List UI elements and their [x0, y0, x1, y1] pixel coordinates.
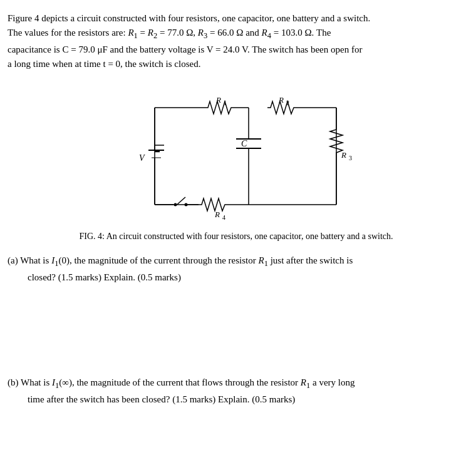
svg-text:R: R — [341, 150, 346, 160]
question-b: (b) What is I1(∞), the magnitude of the … — [8, 375, 465, 407]
svg-text:3: 3 — [349, 155, 352, 161]
question-a: (a) What is I1(0), the magnitude of the … — [8, 253, 465, 285]
qa-a-text: What is I1(0), the magnitude of the curr… — [20, 255, 353, 265]
r4-sub: 4 — [267, 31, 271, 40]
svg-point-27 — [174, 203, 177, 207]
r4-label: R — [262, 28, 267, 38]
r2-sub: 2 — [153, 31, 157, 40]
eq4: = 103.0 Ω. The — [274, 28, 331, 38]
intro-text: Figure 4 depicts a circuit constructed w… — [8, 11, 465, 71]
r3-sub: 3 — [204, 31, 207, 40]
eq1: = — [140, 28, 148, 38]
r3-label: R — [198, 28, 204, 38]
qa-b-indent: time after the switch has been closed? (… — [8, 394, 295, 404]
fig-caption: FIG. 4: An circuit constructed with four… — [8, 232, 465, 242]
r1-label: R — [128, 28, 133, 38]
circuit-diagram: R 1 R 2 R 4 R 3 — [8, 83, 465, 227]
svg-text:4: 4 — [222, 214, 225, 221]
r2-label: R — [148, 28, 153, 38]
qa-b-text: What is I1(∞), the magnitude of the curr… — [21, 377, 355, 387]
intro-line1: Figure 4 depicts a circuit constructed w… — [8, 13, 370, 23]
qa-b-label: (b) — [8, 377, 19, 387]
intro-line2: The values for the resistors are: — [8, 28, 126, 38]
intro-line4: a long time when at time t = 0, the swit… — [8, 59, 200, 69]
qa-a-indent: closed? (1.5 marks) Explain. (0.5 marks) — [8, 272, 181, 282]
qa-a-label: (a) — [8, 255, 18, 265]
svg-text:V: V — [139, 153, 145, 163]
r1-sub: 1 — [134, 31, 138, 40]
svg-point-28 — [185, 203, 188, 207]
svg-text:C: C — [241, 139, 247, 148]
eq2: = 77.0 Ω, — [160, 28, 198, 38]
intro-line3: capacitance is C = 79.0 μF and the batte… — [8, 44, 362, 54]
circuit-svg: R 1 R 2 R 4 R 3 — [105, 83, 368, 227]
fig-caption-text: FIG. 4: An circuit constructed with four… — [80, 232, 393, 241]
eq3: = 66.0 Ω and — [210, 28, 262, 38]
svg-line-29 — [177, 197, 186, 205]
answer-space-a — [8, 291, 465, 366]
